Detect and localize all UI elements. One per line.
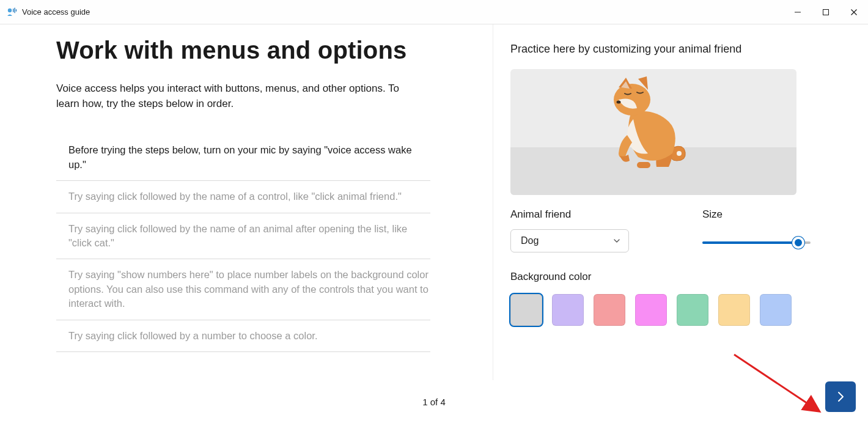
- minimize-icon: [794, 9, 801, 16]
- svg-point-8: [677, 151, 682, 156]
- color-swatch[interactable]: [510, 294, 542, 326]
- app-icon: [6, 7, 17, 18]
- size-control: Size: [702, 208, 811, 252]
- animal-friend-label: Animal friend: [510, 208, 629, 221]
- content-area: Work with menus and options Voice access…: [0, 24, 868, 423]
- practice-panel: Practice here by customizing your animal…: [493, 24, 811, 380]
- minimize-button[interactable]: [784, 0, 812, 24]
- close-button[interactable]: [840, 0, 868, 24]
- maximize-icon: [822, 9, 829, 16]
- page-description: Voice access helps you interact with but…: [56, 81, 411, 111]
- titlebar: Voice access guide: [0, 0, 868, 24]
- color-swatch[interactable]: [552, 294, 584, 326]
- svg-rect-2: [14, 7, 15, 13]
- dog-illustration: [608, 75, 699, 175]
- chevron-down-icon: [612, 237, 621, 245]
- page-title: Work with menus and options: [56, 37, 430, 64]
- step-item[interactable]: Before trying the steps below, turn on y…: [56, 141, 430, 181]
- svg-rect-1: [13, 9, 13, 12]
- svg-rect-5: [823, 9, 829, 15]
- svg-rect-11: [637, 162, 650, 168]
- step-item[interactable]: Try saying click followed by a number to…: [56, 320, 430, 352]
- maximize-button[interactable]: [812, 0, 840, 24]
- size-slider[interactable]: [702, 237, 811, 249]
- svg-rect-4: [795, 12, 801, 12]
- step-item[interactable]: Try saying "show numbers here" to place …: [56, 259, 430, 320]
- color-swatch[interactable]: [718, 294, 750, 326]
- svg-point-10: [617, 101, 621, 104]
- svg-point-0: [8, 8, 12, 12]
- animal-friend-dropdown[interactable]: Dog: [510, 229, 629, 252]
- instructions-column: Work with menus and options Voice access…: [56, 37, 430, 352]
- step-item[interactable]: Try saying click followed by the name of…: [56, 213, 430, 260]
- close-icon: [850, 9, 858, 16]
- page-indicator: 1 of 4: [0, 397, 868, 407]
- step-list: Before trying the steps below, turn on y…: [56, 141, 430, 352]
- size-label: Size: [702, 208, 811, 221]
- step-item[interactable]: Try saying click followed by the name of…: [56, 181, 430, 213]
- next-button[interactable]: [825, 381, 856, 412]
- animal-friend-value: Dog: [521, 235, 539, 246]
- color-swatch[interactable]: [635, 294, 667, 326]
- color-swatch[interactable]: [760, 294, 792, 326]
- color-swatch-row: [510, 294, 811, 326]
- window-title: Voice access guide: [22, 7, 90, 17]
- svg-rect-3: [16, 9, 17, 12]
- chevron-right-icon: [834, 390, 847, 403]
- animal-friend-control: Animal friend Dog: [510, 208, 629, 252]
- practice-heading: Practice here by customizing your animal…: [510, 43, 811, 56]
- color-swatch[interactable]: [677, 294, 708, 326]
- background-color-label: Background color: [510, 271, 811, 283]
- color-swatch[interactable]: [594, 294, 625, 326]
- animal-preview: [510, 69, 796, 195]
